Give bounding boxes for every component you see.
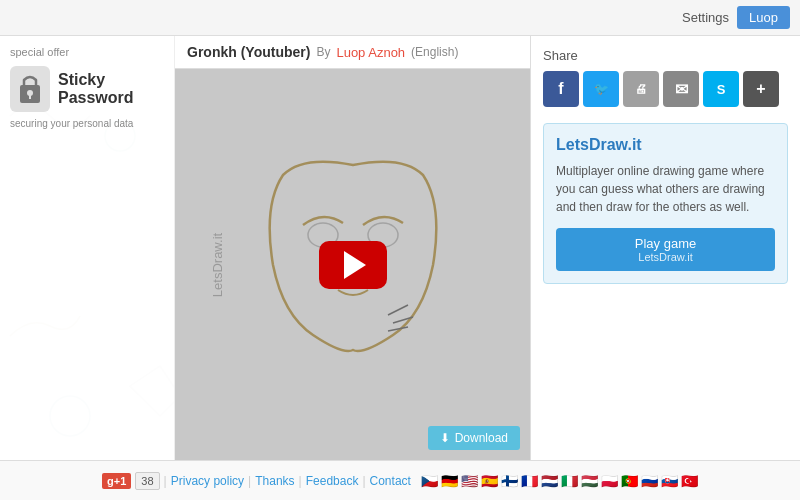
gplus-count: 38 xyxy=(135,472,159,490)
app-name: Sticky Password xyxy=(58,71,134,106)
flag-pl[interactable]: 🇵🇱 xyxy=(601,473,618,489)
gplus-button[interactable]: g+1 xyxy=(102,473,131,489)
flag-tr[interactable]: 🇹🇷 xyxy=(681,473,698,489)
separator-2: | xyxy=(248,474,251,488)
video-author[interactable]: Luop Aznoh xyxy=(336,45,405,60)
share-more-button[interactable]: + xyxy=(743,71,779,107)
video-title: Gronkh (Youtuber) xyxy=(187,44,310,60)
letsdraw-promo-box: LetsDraw.it Multiplayer online drawing g… xyxy=(543,123,788,284)
play-game-sub-label: LetsDraw.it xyxy=(564,251,767,263)
sticky-password-icon xyxy=(16,71,44,107)
flag-cz[interactable]: 🇨🇿 xyxy=(421,473,438,489)
flag-es[interactable]: 🇪🇸 xyxy=(481,473,498,489)
thanks-link[interactable]: Thanks xyxy=(255,474,294,488)
play-game-label: Play game xyxy=(635,236,696,251)
center-video-area: Gronkh (Youtuber) By Luop Aznoh (English… xyxy=(175,36,530,460)
flag-hu[interactable]: 🇭🇺 xyxy=(581,473,598,489)
flag-fr[interactable]: 🇫🇷 xyxy=(521,473,538,489)
separator-1: | xyxy=(164,474,167,488)
share-email-button[interactable]: ✉ xyxy=(663,71,699,107)
download-label: Download xyxy=(455,431,508,445)
settings-link[interactable]: Settings xyxy=(682,10,729,25)
flag-nl[interactable]: 🇳🇱 xyxy=(541,473,558,489)
download-button[interactable]: ⬇ Download xyxy=(428,426,520,450)
top-navigation: Settings Luop xyxy=(0,0,800,36)
flag-it[interactable]: 🇮🇹 xyxy=(561,473,578,489)
play-button[interactable] xyxy=(319,241,387,289)
separator-4: | xyxy=(362,474,365,488)
share-facebook-button[interactable]: f xyxy=(543,71,579,107)
share-print-button[interactable]: 🖨 xyxy=(623,71,659,107)
main-area: special offer Sticky Password securing y… xyxy=(0,36,800,500)
svg-rect-4 xyxy=(29,95,31,99)
app-tagline: securing your personal data xyxy=(10,118,164,129)
letsdraw-description: Multiplayer online drawing game where yo… xyxy=(556,162,775,216)
video-player[interactable]: LetsDraw.it ⬇ Download xyxy=(175,69,530,460)
share-buttons: f 🐦 🖨 ✉ S + xyxy=(543,71,788,107)
contact-link[interactable]: Contact xyxy=(370,474,411,488)
video-by-label: By xyxy=(316,45,330,59)
privacy-policy-link[interactable]: Privacy policy xyxy=(171,474,244,488)
flag-de[interactable]: 🇩🇪 xyxy=(441,473,458,489)
flag-sk[interactable]: 🇸🇰 xyxy=(661,473,678,489)
flag-ru[interactable]: 🇷🇺 xyxy=(641,473,658,489)
language-flags: 🇨🇿 🇩🇪 🇺🇸 🇪🇸 🇫🇮 🇫🇷 🇳🇱 🇮🇹 🇭🇺 🇵🇱 🇵🇹 🇷🇺 🇸🇰 🇹… xyxy=(421,473,698,489)
play-game-button[interactable]: Play game LetsDraw.it xyxy=(556,228,775,271)
flag-fi[interactable]: 🇫🇮 xyxy=(501,473,518,489)
share-skype-button[interactable]: S xyxy=(703,71,739,107)
feedback-link[interactable]: Feedback xyxy=(306,474,359,488)
footer-bar: g+1 38 | Privacy policy | Thanks | Feedb… xyxy=(0,460,800,500)
sticky-logo[interactable]: Sticky Password xyxy=(10,66,164,112)
video-title-bar: Gronkh (Youtuber) By Luop Aznoh (English… xyxy=(175,36,530,69)
user-button[interactable]: Luop xyxy=(737,6,790,29)
special-offer-panel: special offer Sticky Password securing y… xyxy=(0,36,175,500)
video-lang: (English) xyxy=(411,45,458,59)
flag-us[interactable]: 🇺🇸 xyxy=(461,473,478,489)
share-label: Share xyxy=(543,48,788,63)
special-offer-label: special offer xyxy=(10,46,164,58)
share-twitter-button[interactable]: 🐦 xyxy=(583,71,619,107)
letsdraw-title: LetsDraw.it xyxy=(556,136,775,154)
separator-3: | xyxy=(299,474,302,488)
download-icon: ⬇ xyxy=(440,431,450,445)
right-sidebar: Share f 🐦 🖨 ✉ S + LetsDraw.it Multiplaye… xyxy=(530,36,800,500)
play-triangle-icon xyxy=(344,251,366,279)
flag-pt[interactable]: 🇵🇹 xyxy=(621,473,638,489)
